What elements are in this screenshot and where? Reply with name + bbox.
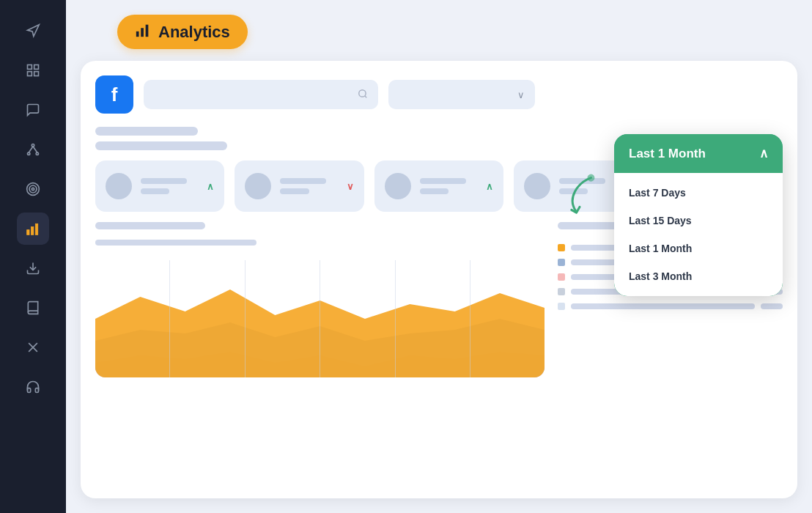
search-icon: [358, 89, 368, 101]
sidebar-icon-support[interactable]: [17, 371, 49, 403]
svg-line-23: [365, 95, 367, 97]
analytics-badge: Analytics: [117, 15, 248, 49]
metric-lines-3: [420, 178, 477, 194]
chart-label-2: [95, 240, 256, 246]
dropdown-options: Last 7 Days Last 15 Days Last 1 Month La…: [614, 173, 783, 296]
sidebar-icon-library[interactable]: [17, 292, 49, 324]
svg-line-9: [33, 147, 37, 152]
metric-avatar-3: [385, 173, 411, 199]
sidebar-icon-nodes[interactable]: [17, 133, 49, 166]
section-label-2: [95, 141, 227, 150]
legend-dot-pink: [558, 273, 565, 281]
main-content: Analytics f ∨: [66, 0, 812, 513]
dropdown-option-15days[interactable]: Last 15 Days: [614, 207, 783, 235]
metric-avatar-1: [106, 173, 132, 199]
sidebar-icon-tools[interactable]: [17, 331, 49, 363]
metric-line: [420, 188, 449, 194]
legend-item-5: [558, 303, 783, 310]
svg-point-7: [36, 152, 38, 155]
top-bar: f ∨: [95, 75, 783, 114]
facebook-icon: f: [95, 75, 133, 114]
metric-trend-1: ∧: [207, 181, 214, 192]
sidebar: [0, 0, 66, 513]
legend-dot-yellow: [558, 244, 565, 251]
sidebar-icon-grid[interactable]: [17, 54, 49, 86]
dropdown-option-7days[interactable]: Last 7 Days: [614, 179, 783, 207]
section-label-1: [95, 127, 198, 136]
svg-line-8: [29, 147, 33, 152]
svg-point-11: [29, 185, 37, 193]
legend-dot-lightblue: [558, 303, 565, 310]
svg-rect-3: [28, 72, 32, 76]
chevron-down-icon: ∨: [517, 89, 525, 100]
chevron-up-icon: ∧: [759, 146, 768, 161]
sidebar-icon-target[interactable]: [17, 173, 49, 205]
svg-point-24: [586, 173, 596, 182]
dropdown-option-3month[interactable]: Last 3 Month: [614, 262, 783, 290]
svg-rect-15: [35, 224, 37, 235]
search-input[interactable]: [154, 89, 352, 100]
metric-card-3: ∧: [374, 160, 503, 212]
metric-trend-3: ∧: [486, 181, 493, 192]
svg-marker-0: [28, 25, 40, 37]
chart-main: [95, 222, 545, 377]
card-area: f ∨: [81, 61, 797, 498]
period-dropdown-menu: Last 1 Month ∧ Last 7 Days Last 15 Days …: [614, 134, 783, 296]
analytics-title: Analytics: [158, 23, 230, 42]
analytics-badge-icon: [135, 22, 151, 42]
area-chart: [95, 260, 545, 377]
dropdown-header-label: Last 1 Month: [629, 147, 706, 161]
dropdown-header[interactable]: Last 1 Month ∧: [614, 134, 783, 173]
legend-dot-blue: [558, 259, 565, 266]
legend-val-5: [761, 303, 783, 309]
metric-line: [141, 178, 187, 184]
metric-lines-2: [280, 178, 337, 194]
svg-rect-19: [136, 32, 139, 37]
dropdown-option-1month[interactable]: Last 1 Month: [614, 235, 783, 262]
svg-rect-14: [32, 227, 34, 235]
metric-line: [280, 188, 309, 194]
legend-dot-gray: [558, 288, 565, 295]
svg-rect-13: [27, 230, 29, 235]
svg-point-6: [28, 152, 30, 155]
chart-labels: [95, 222, 545, 251]
metric-card-1: ∧: [95, 160, 224, 212]
svg-rect-2: [34, 65, 39, 70]
sidebar-icon-download[interactable]: [17, 252, 49, 284]
sidebar-icon-navigate[interactable]: [17, 15, 49, 47]
metric-trend-2: ∨: [347, 181, 354, 192]
legend-line-5: [571, 303, 755, 309]
metric-lines-1: [141, 178, 198, 194]
search-bar[interactable]: [144, 80, 378, 109]
sidebar-icon-messages[interactable]: [17, 94, 49, 126]
svg-point-12: [32, 188, 34, 190]
metric-line: [420, 178, 466, 184]
svg-rect-1: [28, 65, 32, 70]
svg-rect-21: [146, 25, 149, 37]
metric-avatar-4: [524, 173, 550, 199]
metric-avatar-2: [245, 173, 271, 199]
svg-point-22: [359, 89, 366, 96]
metric-line: [280, 178, 326, 184]
svg-point-5: [32, 144, 34, 147]
period-dropdown[interactable]: ∨: [388, 80, 535, 109]
metric-line: [141, 188, 169, 194]
metric-card-2: ∨: [235, 160, 363, 212]
svg-rect-4: [34, 72, 39, 76]
chart-label-1: [95, 222, 205, 229]
svg-rect-20: [141, 28, 144, 37]
sidebar-icon-analytics[interactable]: [17, 213, 49, 245]
area-chart-svg: [95, 260, 545, 377]
